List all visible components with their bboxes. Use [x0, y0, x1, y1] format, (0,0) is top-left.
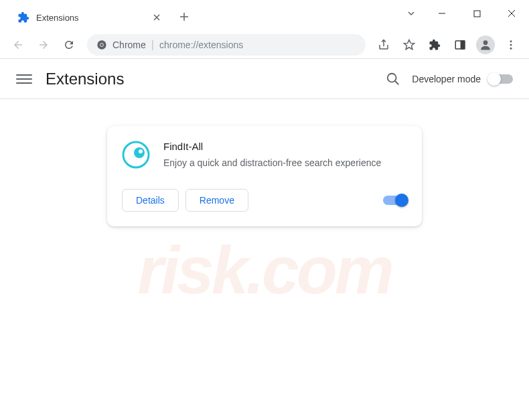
side-panel-icon[interactable] [449, 33, 471, 56]
extension-puzzle-icon [17, 11, 29, 23]
hamburger-menu-icon[interactable] [16, 71, 32, 87]
svg-point-8 [510, 40, 512, 42]
svg-rect-6 [461, 41, 465, 49]
address-bar[interactable]: Chrome | chrome://extensions [87, 34, 366, 56]
share-icon[interactable] [372, 33, 395, 56]
reload-button[interactable] [58, 33, 80, 56]
svg-line-12 [395, 80, 399, 84]
search-icon[interactable] [385, 71, 401, 87]
svg-point-7 [483, 40, 488, 45]
menu-dots-icon[interactable] [500, 33, 522, 56]
extension-name: FindIt-All [163, 141, 407, 152]
back-button[interactable] [7, 33, 29, 56]
extension-description: Enjoy a quick and distraction-free searc… [163, 156, 407, 170]
chrome-icon [96, 40, 107, 50]
details-button[interactable]: Details [122, 189, 179, 212]
url-scheme: Chrome [112, 40, 146, 50]
bookmark-star-icon[interactable] [398, 33, 421, 56]
developer-mode-label: Developer mode [412, 74, 481, 84]
remove-button[interactable]: Remove [185, 189, 248, 212]
extension-card: FindIt-All Enjoy a quick and distraction… [107, 126, 422, 226]
developer-mode-toggle[interactable] [489, 74, 513, 84]
svg-point-15 [139, 149, 143, 153]
profile-avatar[interactable] [476, 36, 495, 54]
extensions-puzzle-icon[interactable] [423, 33, 446, 56]
minimize-button[interactable] [425, 0, 459, 27]
extension-enable-toggle[interactable] [383, 196, 407, 205]
svg-point-10 [510, 47, 512, 49]
tab-title: Extensions [36, 13, 151, 23]
forward-button[interactable] [32, 33, 55, 56]
maximize-button[interactable] [459, 0, 494, 27]
close-window-button[interactable] [494, 0, 529, 27]
url-path: chrome://extensions [159, 40, 243, 50]
url-separator: | [151, 39, 154, 51]
close-tab-icon[interactable] [151, 12, 162, 23]
browser-tab[interactable]: Extensions [9, 4, 170, 31]
svg-point-11 [388, 73, 396, 82]
svg-rect-0 [474, 11, 480, 17]
svg-point-9 [510, 44, 512, 46]
browser-toolbar: Chrome | chrome://extensions [0, 31, 529, 59]
page-title: Extensions [46, 70, 124, 88]
new-tab-button[interactable] [174, 7, 194, 27]
svg-point-3 [100, 44, 103, 46]
extension-app-icon [122, 141, 150, 169]
tab-search-chevron-icon[interactable] [398, 9, 425, 18]
